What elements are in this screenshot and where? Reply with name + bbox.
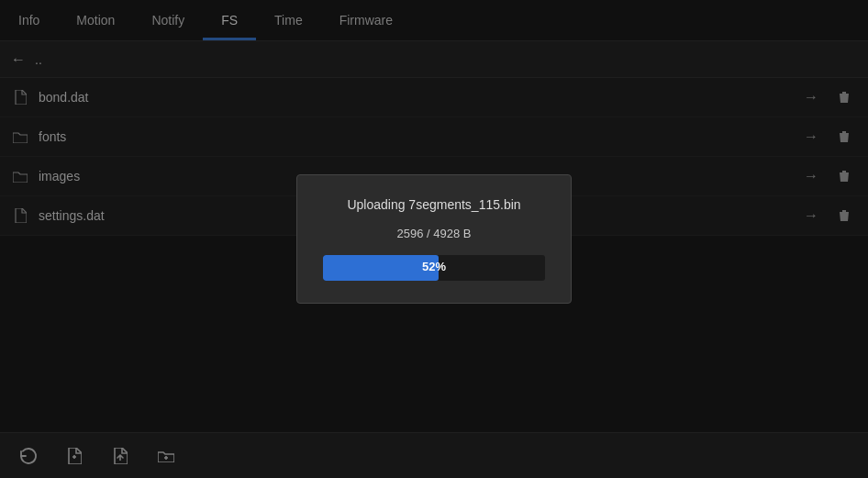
progress-bar-container: 52% [323,255,545,281]
progress-bar-fill [323,255,439,281]
upload-title: Uploading 7segments_115.bin [347,197,520,212]
upload-overlay: Uploading 7segments_115.bin 2596 / 4928 … [0,0,868,478]
progress-label: 52% [422,260,446,273]
upload-size: 2596 / 4928 B [397,227,472,240]
upload-dialog: Uploading 7segments_115.bin 2596 / 4928 … [296,174,572,304]
